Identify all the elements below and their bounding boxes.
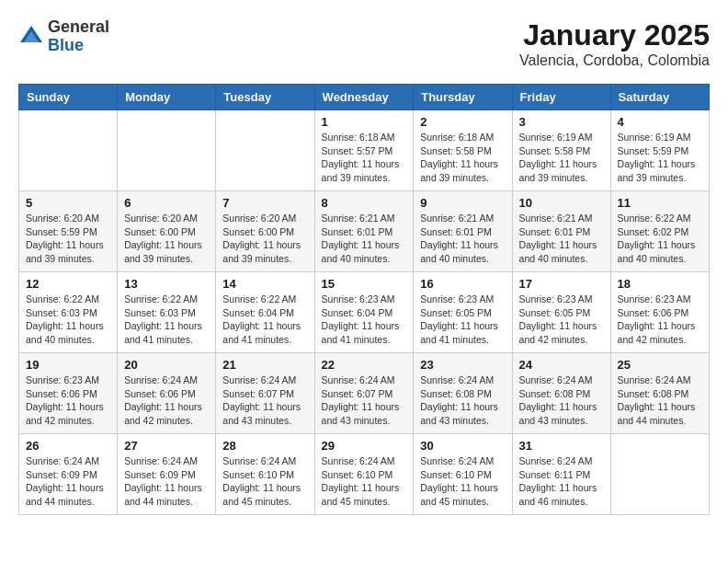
calendar-header-monday: Monday [118,85,216,110]
day-number: 1 [322,115,407,129]
calendar-header-wednesday: Wednesday [314,85,414,110]
day-number: 23 [420,358,505,372]
day-info: Sunrise: 6:24 AM Sunset: 6:08 PM Dayligh… [618,373,702,428]
calendar-cell: 29Sunrise: 6:24 AM Sunset: 6:10 PM Dayli… [314,434,414,515]
day-info: Sunrise: 6:24 AM Sunset: 6:10 PM Dayligh… [322,454,407,509]
day-info: Sunrise: 6:22 AM Sunset: 6:04 PM Dayligh… [222,293,307,347]
day-number: 5 [26,196,110,210]
day-number: 16 [420,277,505,291]
day-number: 20 [124,358,209,372]
calendar-table: SundayMondayTuesdayWednesdayThursdayFrid… [18,84,710,515]
page-subtitle: Valencia, Cordoba, Colombia [519,52,710,69]
day-number: 13 [124,277,209,291]
day-info: Sunrise: 6:22 AM Sunset: 6:02 PM Dayligh… [618,212,702,266]
calendar-cell [610,434,709,515]
day-info: Sunrise: 6:18 AM Sunset: 5:57 PM Dayligh… [322,131,407,185]
day-number: 25 [618,358,702,372]
day-info: Sunrise: 6:24 AM Sunset: 6:10 PM Dayligh… [420,454,505,509]
calendar-cell: 24Sunrise: 6:24 AM Sunset: 6:08 PM Dayli… [512,353,610,434]
day-number: 26 [26,439,110,453]
calendar-cell [216,110,314,191]
day-info: Sunrise: 6:23 AM Sunset: 6:06 PM Dayligh… [618,293,702,347]
calendar-cell: 10Sunrise: 6:21 AM Sunset: 6:01 PM Dayli… [512,191,610,272]
day-number: 29 [322,439,407,453]
calendar-cell: 21Sunrise: 6:24 AM Sunset: 6:07 PM Dayli… [216,353,314,434]
day-info: Sunrise: 6:20 AM Sunset: 6:00 PM Dayligh… [222,212,307,266]
day-info: Sunrise: 6:24 AM Sunset: 6:07 PM Dayligh… [222,373,307,428]
title-block: January 2025 Valencia, Cordoba, Colombia [519,18,710,69]
day-number: 15 [322,277,407,291]
calendar-cell: 13Sunrise: 6:22 AM Sunset: 6:03 PM Dayli… [118,272,216,353]
day-number: 28 [222,439,307,453]
day-info: Sunrise: 6:21 AM Sunset: 6:01 PM Dayligh… [420,212,505,266]
day-info: Sunrise: 6:24 AM Sunset: 6:07 PM Dayligh… [322,373,407,428]
day-number: 4 [618,115,702,129]
calendar-cell: 30Sunrise: 6:24 AM Sunset: 6:10 PM Dayli… [414,434,512,515]
calendar-cell [118,110,216,191]
day-info: Sunrise: 6:23 AM Sunset: 6:06 PM Dayligh… [26,373,110,428]
calendar-cell: 28Sunrise: 6:24 AM Sunset: 6:10 PM Dayli… [216,434,314,515]
day-info: Sunrise: 6:20 AM Sunset: 6:00 PM Dayligh… [124,212,209,266]
day-info: Sunrise: 6:23 AM Sunset: 6:05 PM Dayligh… [420,293,505,347]
calendar-cell [19,110,118,191]
calendar-cell: 25Sunrise: 6:24 AM Sunset: 6:08 PM Dayli… [610,353,709,434]
page-title: January 2025 [519,18,710,52]
day-info: Sunrise: 6:22 AM Sunset: 6:03 PM Dayligh… [124,293,209,347]
day-number: 8 [322,196,407,210]
page-header: General Blue January 2025 Valencia, Cord… [18,18,710,69]
calendar-cell: 14Sunrise: 6:22 AM Sunset: 6:04 PM Dayli… [216,272,314,353]
day-info: Sunrise: 6:24 AM Sunset: 6:11 PM Dayligh… [519,454,604,509]
day-info: Sunrise: 6:24 AM Sunset: 6:10 PM Dayligh… [222,454,307,509]
calendar-cell: 23Sunrise: 6:24 AM Sunset: 6:08 PM Dayli… [414,353,512,434]
day-number: 17 [519,277,604,291]
calendar-header-saturday: Saturday [610,85,709,110]
day-number: 18 [618,277,702,291]
day-number: 14 [222,277,307,291]
calendar-cell: 18Sunrise: 6:23 AM Sunset: 6:06 PM Dayli… [610,272,709,353]
day-number: 12 [26,277,110,291]
day-info: Sunrise: 6:24 AM Sunset: 6:08 PM Dayligh… [519,373,604,428]
day-number: 24 [519,358,604,372]
logo-icon [18,24,44,50]
day-number: 10 [519,196,604,210]
calendar-cell: 4Sunrise: 6:19 AM Sunset: 5:59 PM Daylig… [610,110,709,191]
logo-blue: Blue [48,37,109,55]
day-info: Sunrise: 6:18 AM Sunset: 5:58 PM Dayligh… [420,131,505,185]
calendar-header-thursday: Thursday [414,85,512,110]
calendar-cell: 2Sunrise: 6:18 AM Sunset: 5:58 PM Daylig… [414,110,512,191]
calendar-cell: 5Sunrise: 6:20 AM Sunset: 5:59 PM Daylig… [19,191,118,272]
day-number: 3 [519,115,604,129]
day-number: 22 [322,358,407,372]
calendar-cell: 7Sunrise: 6:20 AM Sunset: 6:00 PM Daylig… [216,191,314,272]
calendar-cell: 20Sunrise: 6:24 AM Sunset: 6:06 PM Dayli… [118,353,216,434]
day-number: 31 [519,439,604,453]
calendar-cell: 9Sunrise: 6:21 AM Sunset: 6:01 PM Daylig… [414,191,512,272]
logo-text: General Blue [48,18,109,55]
day-number: 9 [420,196,505,210]
day-info: Sunrise: 6:24 AM Sunset: 6:09 PM Dayligh… [124,454,209,509]
calendar-header-sunday: Sunday [19,85,118,110]
day-info: Sunrise: 6:19 AM Sunset: 5:58 PM Dayligh… [519,131,604,185]
day-info: Sunrise: 6:23 AM Sunset: 6:04 PM Dayligh… [322,293,407,347]
day-number: 7 [222,196,307,210]
day-number: 30 [420,439,505,453]
day-info: Sunrise: 6:20 AM Sunset: 5:59 PM Dayligh… [26,212,110,266]
calendar-week-row: 1Sunrise: 6:18 AM Sunset: 5:57 PM Daylig… [19,110,710,191]
calendar-week-row: 19Sunrise: 6:23 AM Sunset: 6:06 PM Dayli… [19,353,710,434]
day-info: Sunrise: 6:24 AM Sunset: 6:09 PM Dayligh… [26,454,110,509]
day-number: 2 [420,115,505,129]
calendar-header-row: SundayMondayTuesdayWednesdayThursdayFrid… [19,85,710,110]
day-info: Sunrise: 6:21 AM Sunset: 6:01 PM Dayligh… [519,212,604,266]
calendar-cell: 17Sunrise: 6:23 AM Sunset: 6:05 PM Dayli… [512,272,610,353]
calendar-header-friday: Friday [512,85,610,110]
calendar-cell: 1Sunrise: 6:18 AM Sunset: 5:57 PM Daylig… [314,110,414,191]
day-number: 11 [618,196,702,210]
calendar-week-row: 5Sunrise: 6:20 AM Sunset: 5:59 PM Daylig… [19,191,710,272]
calendar-week-row: 12Sunrise: 6:22 AM Sunset: 6:03 PM Dayli… [19,272,710,353]
calendar-cell: 8Sunrise: 6:21 AM Sunset: 6:01 PM Daylig… [314,191,414,272]
calendar-cell: 19Sunrise: 6:23 AM Sunset: 6:06 PM Dayli… [19,353,118,434]
calendar-cell: 31Sunrise: 6:24 AM Sunset: 6:11 PM Dayli… [512,434,610,515]
day-info: Sunrise: 6:24 AM Sunset: 6:06 PM Dayligh… [124,373,209,428]
calendar-cell: 6Sunrise: 6:20 AM Sunset: 6:00 PM Daylig… [118,191,216,272]
day-info: Sunrise: 6:21 AM Sunset: 6:01 PM Dayligh… [322,212,407,266]
